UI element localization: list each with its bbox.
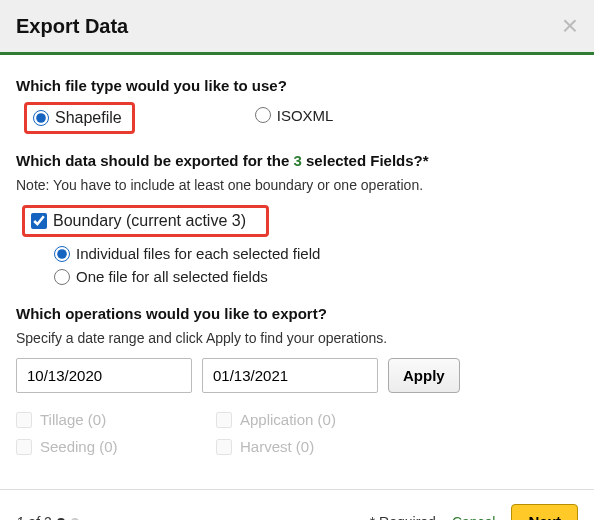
dialog-title: Export Data bbox=[16, 15, 128, 38]
data-note: Note: You have to include at least one b… bbox=[16, 177, 578, 193]
footer-actions: * Required Cancel Next bbox=[370, 504, 578, 520]
operations-note: Specify a date range and click Apply to … bbox=[16, 330, 578, 346]
apply-button[interactable]: Apply bbox=[388, 358, 460, 393]
pager: 1 of 2 bbox=[16, 514, 79, 521]
filetype-options: Shapefile ISOXML bbox=[16, 102, 578, 134]
boundary-label: Boundary (current active 3) bbox=[53, 212, 246, 230]
dialog-header: Export Data × bbox=[0, 0, 594, 55]
operations-section: Which operations would you like to expor… bbox=[16, 305, 578, 455]
pager-text: 1 of 2 bbox=[16, 514, 51, 521]
required-note: * Required bbox=[370, 514, 436, 521]
op-harvest-checkbox bbox=[216, 439, 232, 455]
dialog-content: Which file type would you like to use? S… bbox=[0, 55, 594, 489]
filetype-shapefile-radio[interactable] bbox=[33, 110, 49, 126]
op-application-checkbox bbox=[216, 412, 232, 428]
one-file-radio[interactable] bbox=[54, 269, 70, 285]
data-question: Which data should be exported for the 3 … bbox=[16, 152, 578, 169]
operations-question: Which operations would you like to expor… bbox=[16, 305, 578, 322]
cancel-button[interactable]: Cancel bbox=[452, 514, 496, 521]
date-end-input[interactable] bbox=[202, 358, 378, 393]
op-tillage-checkbox bbox=[16, 412, 32, 428]
op-harvest: Harvest (0) bbox=[216, 438, 396, 455]
individual-files-option[interactable]: Individual files for each selected field bbox=[54, 245, 578, 262]
boundary-sub-options: Individual files for each selected field… bbox=[54, 245, 578, 285]
data-section: Which data should be exported for the 3 … bbox=[16, 152, 578, 285]
filetype-isoxml-radio[interactable] bbox=[255, 107, 271, 123]
date-range-row: Apply bbox=[16, 358, 578, 393]
date-start-input[interactable] bbox=[16, 358, 192, 393]
boundary-option[interactable]: Boundary (current active 3) bbox=[22, 205, 269, 237]
op-application-label: Application (0) bbox=[240, 411, 336, 428]
filetype-shapefile-option[interactable]: Shapefile bbox=[24, 102, 135, 134]
filetype-question: Which file type would you like to use? bbox=[16, 77, 578, 94]
selected-count: 3 bbox=[294, 152, 302, 169]
operations-grid: Tillage (0) Application (0) Seeding (0) … bbox=[16, 411, 396, 455]
op-tillage: Tillage (0) bbox=[16, 411, 196, 428]
individual-files-radio[interactable] bbox=[54, 246, 70, 262]
filetype-isoxml-option[interactable]: ISOXML bbox=[255, 102, 334, 128]
one-file-option[interactable]: One file for all selected fields bbox=[54, 268, 578, 285]
boundary-checkbox[interactable] bbox=[31, 213, 47, 229]
filetype-section: Which file type would you like to use? S… bbox=[16, 77, 578, 134]
next-button[interactable]: Next bbox=[511, 504, 578, 520]
op-seeding-checkbox bbox=[16, 439, 32, 455]
op-seeding-label: Seeding (0) bbox=[40, 438, 118, 455]
individual-files-label: Individual files for each selected field bbox=[76, 245, 320, 262]
op-seeding: Seeding (0) bbox=[16, 438, 196, 455]
one-file-label: One file for all selected fields bbox=[76, 268, 268, 285]
op-tillage-label: Tillage (0) bbox=[40, 411, 106, 428]
op-harvest-label: Harvest (0) bbox=[240, 438, 314, 455]
filetype-shapefile-label: Shapefile bbox=[55, 109, 122, 127]
dialog-footer: 1 of 2 * Required Cancel Next bbox=[0, 489, 594, 520]
filetype-isoxml-label: ISOXML bbox=[277, 107, 334, 124]
close-icon[interactable]: × bbox=[562, 12, 578, 40]
op-application: Application (0) bbox=[216, 411, 396, 428]
